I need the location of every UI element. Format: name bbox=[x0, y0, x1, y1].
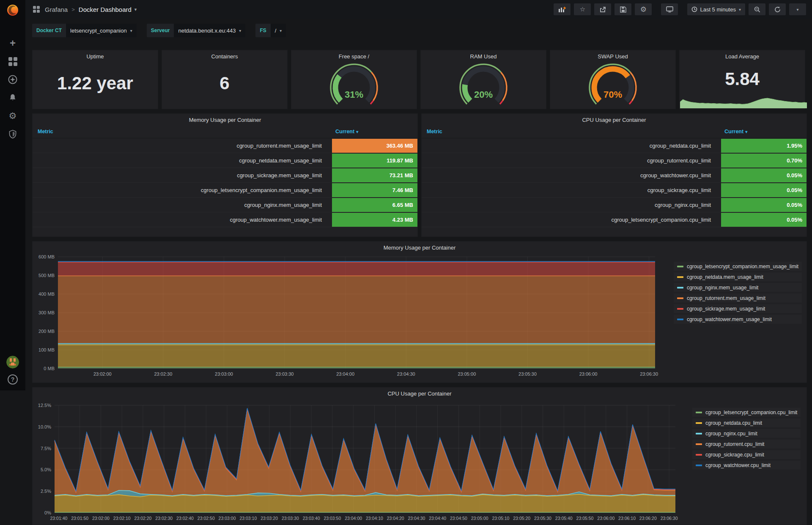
legend-item[interactable]: cgroup_sickrage.cpu_limit bbox=[692, 450, 801, 459]
x-axis-tick: 23:02:00 bbox=[93, 371, 112, 377]
panel-title[interactable]: CPU Usage per Container bbox=[33, 390, 807, 397]
metric-cell: cgroup_netdata.cpu_limit bbox=[422, 138, 711, 153]
save-dashboard-button[interactable] bbox=[614, 3, 631, 15]
panel-title[interactable]: CPU Usage per Container bbox=[422, 117, 807, 123]
table-row: cgroup_sickrage.mem_usage_limit73.21 MB bbox=[33, 168, 417, 183]
y-axis-tick: 2.5% bbox=[41, 489, 51, 494]
breadcrumb-app[interactable]: Grafana bbox=[45, 6, 68, 13]
dashboard-settings-button[interactable]: ⚙ bbox=[635, 3, 652, 15]
y-axis-tick: 300 MB bbox=[38, 310, 55, 315]
cpu-chart-legend: cgroup_letsencrypt_companion.cpu_limitcg… bbox=[692, 408, 801, 471]
panel-title[interactable]: Free space / bbox=[291, 53, 417, 60]
y-axis-tick: 0 MB bbox=[44, 366, 55, 371]
legend-item[interactable]: cgroup_rutorrent.cpu_limit bbox=[692, 440, 801, 448]
zoom-out-button[interactable] bbox=[749, 3, 765, 15]
column-header-current[interactable]: Current▾ bbox=[335, 129, 358, 135]
x-axis-tick: 23:06:20 bbox=[639, 516, 657, 521]
explore-compass-icon[interactable] bbox=[5, 72, 20, 87]
sort-caret-icon: ▾ bbox=[356, 129, 358, 134]
server-admin-shield-icon[interactable] bbox=[5, 127, 20, 141]
table-row: cgroup_sickrage.cpu_limit0.05% bbox=[422, 183, 807, 198]
y-axis-tick: 5.0% bbox=[41, 467, 51, 472]
legend-item[interactable]: cgroup_letsencrypt_companion.cpu_limit bbox=[692, 408, 801, 417]
value-cell: 6.65 MB bbox=[332, 198, 417, 212]
y-axis-tick: 200 MB bbox=[38, 329, 55, 334]
legend-item[interactable]: cgroup_sickrage.mem_usage_limit bbox=[674, 304, 802, 313]
create-icon[interactable]: + bbox=[5, 36, 20, 50]
legend-item[interactable]: cgroup_watchtower.cpu_limit bbox=[692, 461, 801, 470]
column-header-metric[interactable]: Metric bbox=[38, 129, 53, 135]
panel-title[interactable]: Load Average bbox=[680, 53, 805, 60]
legend-color-dash bbox=[696, 465, 702, 466]
star-dashboard-button[interactable]: ☆ bbox=[574, 3, 591, 15]
cycle-view-mode-button[interactable] bbox=[661, 3, 678, 15]
clock-icon bbox=[691, 6, 697, 12]
x-axis-tick: 23:01:40 bbox=[50, 516, 68, 521]
metric-cell: cgroup_letsencrypt_companion.cpu_limit bbox=[422, 212, 711, 227]
user-avatar[interactable] bbox=[6, 356, 19, 368]
add-panel-button[interactable] bbox=[554, 3, 571, 15]
legend-label: cgroup_nginx.cpu_limit bbox=[705, 431, 757, 437]
table-row: cgroup_letsencrypt_companion.cpu_limit0.… bbox=[422, 212, 807, 227]
table-row: cgroup_rutorrent.cpu_limit0.70% bbox=[422, 153, 807, 168]
legend-item[interactable]: cgroup_netdata.mem_usage_limit bbox=[674, 272, 802, 281]
cpu-usage-chart: 0%2.5%5.0%7.5%10.0%12.5%23:01:4023:01:50… bbox=[33, 388, 807, 525]
legend-item[interactable]: cgroup_letsencrypt_companion.mem_usage_l… bbox=[674, 262, 802, 271]
panel-title[interactable]: SWAP Used bbox=[550, 53, 675, 60]
panel-title[interactable]: Memory Usage per Container bbox=[33, 245, 807, 251]
time-range-label: Last 5 minutes bbox=[700, 6, 736, 13]
legend-item[interactable]: cgroup_nginx.cpu_limit bbox=[692, 429, 801, 438]
refresh-button[interactable] bbox=[769, 3, 786, 15]
filter-docker-ct-select[interactable]: letsencrypt_companion ▾ bbox=[66, 24, 137, 37]
legend-color-dash bbox=[677, 308, 683, 310]
x-axis-tick: 23:03:00 bbox=[219, 516, 236, 521]
dashboard-title[interactable]: Docker Dashboard bbox=[79, 6, 132, 13]
share-dashboard-button[interactable] bbox=[594, 3, 611, 15]
metric-cell: cgroup_nginx.mem_usage_limit bbox=[33, 198, 322, 212]
legend-item[interactable]: cgroup_netdata.cpu_limit bbox=[692, 418, 801, 427]
column-header-metric[interactable]: Metric bbox=[427, 129, 442, 135]
column-header-current[interactable]: Current▾ bbox=[724, 129, 747, 135]
memory-chart-legend: cgroup_letsencrypt_companion.mem_usage_l… bbox=[674, 262, 802, 325]
legend-label: cgroup_letsencrypt_companion.mem_usage_l… bbox=[687, 264, 798, 269]
title-caret-icon[interactable]: ▾ bbox=[134, 7, 137, 12]
dashboards-icon[interactable] bbox=[5, 54, 20, 69]
x-axis-tick: 23:04:30 bbox=[397, 371, 415, 377]
x-axis-tick: 23:02:50 bbox=[198, 516, 215, 521]
y-axis-tick: 7.5% bbox=[41, 446, 51, 451]
panel-containers: Containers 6 bbox=[162, 50, 288, 109]
panel-ram-gauge: RAM Used 20% bbox=[420, 50, 546, 109]
configuration-gear-icon[interactable]: ⚙ bbox=[5, 109, 20, 123]
legend-item[interactable]: cgroup_nginx.mem_usage_limit bbox=[674, 283, 802, 292]
panel-title[interactable]: Memory Usage per Container bbox=[33, 117, 417, 123]
x-axis-tick: 23:05:30 bbox=[518, 371, 537, 377]
legend-label: cgroup_watchtower.mem_usage_limit bbox=[687, 316, 772, 322]
filter-fs-select[interactable]: / ▾ bbox=[271, 24, 286, 37]
panel-memory-table: Memory Usage per Container Metric Curren… bbox=[32, 113, 418, 237]
panel-title[interactable]: Uptime bbox=[33, 53, 158, 60]
legend-item[interactable]: cgroup_rutorrent.mem_usage_limit bbox=[674, 294, 802, 302]
refresh-interval-caret[interactable]: ▾ bbox=[789, 3, 806, 15]
column-header-current-label: Current bbox=[724, 129, 743, 135]
x-axis-tick: 23:06:30 bbox=[640, 371, 658, 377]
help-icon[interactable]: ? bbox=[8, 374, 18, 385]
grafana-logo-icon[interactable] bbox=[5, 3, 20, 17]
load-average-sparkline bbox=[680, 91, 807, 108]
x-axis-tick: 23:04:00 bbox=[336, 371, 354, 377]
filter-serveur-select[interactable]: netdata.benoit.x.eu:443 ▾ bbox=[174, 24, 245, 37]
legend-item[interactable]: cgroup_watchtower.mem_usage_limit bbox=[674, 315, 802, 324]
x-axis-tick: 23:01:50 bbox=[71, 516, 88, 521]
panel-title[interactable]: Containers bbox=[162, 53, 287, 60]
x-axis-tick: 23:02:00 bbox=[92, 516, 110, 521]
panel-load-average: Load Average 5.84 bbox=[679, 50, 805, 109]
x-axis-tick: 23:05:30 bbox=[534, 516, 551, 521]
load-average-value: 5.84 bbox=[680, 69, 805, 89]
containers-value: 6 bbox=[162, 73, 287, 93]
alerting-bell-icon[interactable] bbox=[5, 91, 20, 105]
value-cell: 7.46 MB bbox=[332, 183, 417, 197]
legend-label: cgroup_watchtower.cpu_limit bbox=[705, 462, 771, 468]
filter-docker-ct: Docker CT letsencrypt_companion ▾ bbox=[32, 24, 137, 37]
panel-title[interactable]: RAM Used bbox=[421, 53, 546, 60]
time-range-picker[interactable]: Last 5 minutes ▾ bbox=[687, 3, 745, 15]
navbar-actions: ☆ ⚙ Last 5 minutes ▾ ▾ bbox=[550, 3, 806, 15]
